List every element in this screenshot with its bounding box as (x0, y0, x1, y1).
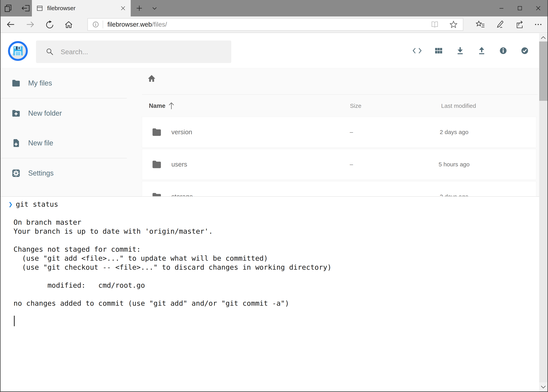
terminal-panel[interactable]: ❯ git status On branch master Your branc… (0, 196, 539, 392)
scroll-down-button[interactable] (539, 382, 548, 392)
sidebar-item-settings[interactable]: Settings (0, 158, 127, 188)
download-button[interactable] (456, 46, 465, 55)
chevron-down-icon (540, 385, 546, 389)
back-button[interactable] (5, 16, 16, 33)
url-path: /files/ (152, 21, 167, 28)
site-info-icon[interactable] (92, 21, 100, 28)
sidebar-item-label: My files (28, 79, 52, 87)
sort-ascending-icon (168, 102, 175, 110)
file-name: users (171, 161, 187, 168)
prompt-chevron: ❯ (8, 200, 13, 209)
address-bar[interactable]: filebrowser.web/files/ (87, 18, 463, 31)
home-icon (147, 73, 157, 83)
file-size: – (338, 161, 365, 168)
scrollbar-thumb[interactable] (539, 42, 548, 101)
tabs-aside-icon[interactable] (21, 4, 30, 13)
listing-header: Name Size Last modified (142, 95, 536, 117)
tab-close-icon[interactable] (120, 5, 126, 11)
folder-plus-icon (11, 109, 21, 118)
close-button[interactable] (529, 0, 548, 16)
annotate-pen-icon[interactable] (494, 16, 505, 33)
filebrowser-logo[interactable] (8, 41, 28, 61)
file-size: – (338, 129, 365, 135)
column-header-modified[interactable]: Last modified (429, 103, 488, 109)
search-icon (45, 47, 54, 56)
reading-view-icon[interactable] (430, 20, 439, 29)
forward-button[interactable] (25, 16, 36, 33)
terminal-command-line: ❯ git status (8, 200, 539, 209)
column-header-size[interactable]: Size (342, 103, 369, 109)
breadcrumb-home-button[interactable] (147, 73, 157, 83)
vertical-scrollbar[interactable] (539, 33, 548, 392)
search-input[interactable] (61, 48, 217, 56)
chevron-up-icon (540, 36, 546, 40)
browser-toolbar: filebrowser.web/files/ (0, 16, 548, 33)
minimize-button[interactable] (492, 0, 511, 16)
sidebar-item-my-files[interactable]: My files (0, 68, 127, 98)
file-plus-icon (11, 138, 21, 148)
file-name: version (171, 128, 192, 136)
sidebar-item-label: New folder (28, 109, 62, 117)
grid-view-button[interactable] (434, 46, 443, 55)
new-tab-button[interactable] (135, 0, 144, 16)
file-row-users[interactable]: users – 5 hours ago (142, 149, 536, 180)
tab-filebrowser[interactable]: filebrowser (32, 0, 131, 16)
address-separator (103, 21, 103, 28)
tab-title: filebrowser (47, 5, 120, 12)
sidebar-item-new-folder[interactable]: New folder (0, 98, 127, 128)
folder-icon (151, 159, 163, 170)
breadcrumb (142, 68, 536, 94)
home-button[interactable] (63, 16, 74, 33)
page-viewport: My files New folder (0, 33, 548, 392)
column-header-name[interactable]: Name (149, 102, 175, 110)
file-modified: 2 days ago (425, 129, 483, 135)
titlebar: filebrowser (0, 0, 548, 16)
column-name-label: Name (149, 102, 165, 109)
upload-button[interactable] (477, 46, 486, 55)
code-view-button[interactable] (412, 46, 422, 55)
sidebar-item-new-file[interactable]: New file (0, 128, 127, 158)
refresh-button[interactable] (44, 16, 55, 33)
tab-favicon-icon (36, 5, 43, 12)
file-modified: 5 hours ago (425, 161, 483, 168)
app-header (0, 33, 539, 68)
browser-window: filebrowser (0, 0, 548, 392)
folder-icon (11, 78, 21, 88)
search-bar[interactable] (36, 41, 231, 63)
info-button[interactable] (499, 46, 508, 55)
file-row-version[interactable]: version – 2 days ago (142, 117, 536, 147)
terminal-output: On branch master Your branch is up to da… (14, 209, 539, 308)
tab-list-button[interactable] (150, 0, 159, 16)
terminal-cursor (14, 316, 15, 326)
url-text: filebrowser.web/files/ (107, 21, 167, 28)
share-icon[interactable] (514, 16, 526, 33)
folder-icon (151, 127, 163, 137)
more-icon[interactable] (533, 16, 544, 33)
hub-favorites-icon[interactable] (475, 16, 486, 33)
favorite-star-icon[interactable] (449, 20, 458, 29)
terminal-command: git status (16, 200, 58, 209)
url-host: filebrowser.web (107, 21, 152, 28)
tab-preview-icon[interactable] (4, 4, 13, 13)
maximize-button[interactable] (511, 0, 529, 16)
sidebar-item-label: New file (28, 139, 53, 147)
settings-icon (11, 168, 21, 178)
sidebar-item-label: Settings (28, 169, 54, 177)
floppy-disk-icon (13, 45, 23, 56)
scroll-up-button[interactable] (539, 33, 548, 42)
select-multiple-button[interactable] (520, 46, 529, 55)
